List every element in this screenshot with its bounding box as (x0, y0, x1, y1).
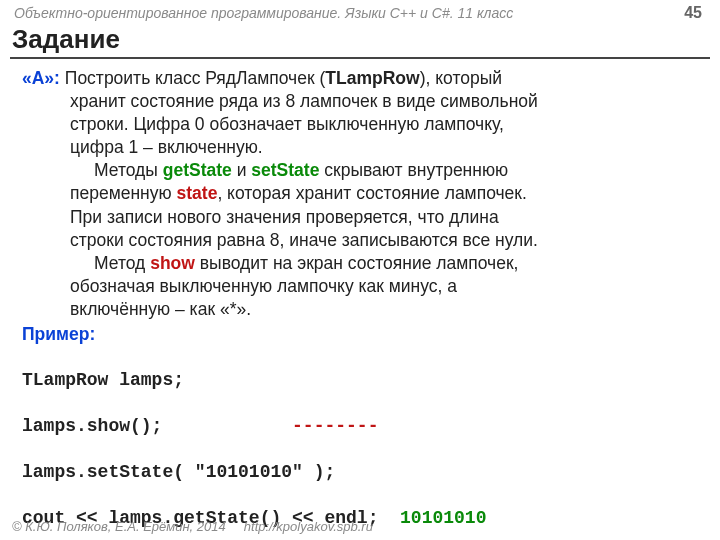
text: выводит на экран состояние лампочек, (195, 253, 519, 273)
task-paragraph: «A»: Построить класс РядЛампочек (TLampR… (22, 67, 696, 90)
text: скрывают внутреннюю (319, 160, 508, 180)
copyright: © К.Ю. Поляков, Е.А. Ерёмин, 2014 (12, 519, 226, 534)
text: цифра 1 – включенную. (22, 136, 696, 159)
text-line: Методы getState и setState скрывают внут… (22, 159, 696, 182)
method-setstate: setState (251, 160, 319, 180)
text: строки. Цифра 0 обозначает выключенную л… (22, 113, 696, 136)
output-text: 10101010 (400, 508, 486, 528)
code-line: TLampRow lamps; (22, 369, 720, 392)
slide-header: Объектно-ориентированное программировани… (0, 0, 720, 24)
text: строки состояния равна 8, иначе записыва… (22, 229, 696, 252)
text: обозначая выключенную лампочку как минус… (22, 275, 696, 298)
code-text: lamps.show(); (22, 416, 292, 436)
var-state: state (177, 183, 218, 203)
code-line: lamps.setState( "10101010" ); (22, 461, 720, 484)
slide-footer: © К.Ю. Поляков, Е.А. Ерёмин, 2014 http:/… (12, 519, 373, 534)
method-getstate: getState (163, 160, 232, 180)
example-label: Пример: (22, 323, 696, 346)
text: хранит состояние ряда из 8 лампочек в ви… (22, 90, 696, 113)
text: , которая хранит состояние лампочек. (217, 183, 526, 203)
text: Методы (94, 160, 163, 180)
text: При записи нового значения проверяется, … (22, 206, 696, 229)
footer-link[interactable]: http://kpolyakov.spb.ru (244, 519, 373, 534)
task-label: «A»: (22, 68, 60, 88)
class-name: TLampRow (325, 68, 419, 88)
title-bar: Задание (10, 24, 710, 59)
output-text: -------- (292, 416, 378, 436)
text-line: Метод show выводит на экран состояние ла… (22, 252, 696, 275)
text-line: переменную state, которая хранит состоян… (22, 182, 696, 205)
content-area: «A»: Построить класс РядЛампочек (TLampR… (0, 65, 720, 346)
code-block: TLampRow lamps; lamps.show(); -------- l… (0, 346, 720, 540)
text: и (232, 160, 252, 180)
course-title: Объектно-ориентированное программировани… (14, 5, 513, 21)
method-show: show (150, 253, 195, 273)
text: Метод (94, 253, 150, 273)
code-line: lamps.show(); -------- (22, 415, 720, 438)
text: Построить класс РядЛампочек ( (60, 68, 325, 88)
page-number: 45 (684, 4, 702, 22)
text: включённую – как «*». (22, 298, 696, 321)
page-title: Задание (12, 24, 710, 55)
text: переменную (70, 183, 177, 203)
text: ), который (420, 68, 502, 88)
